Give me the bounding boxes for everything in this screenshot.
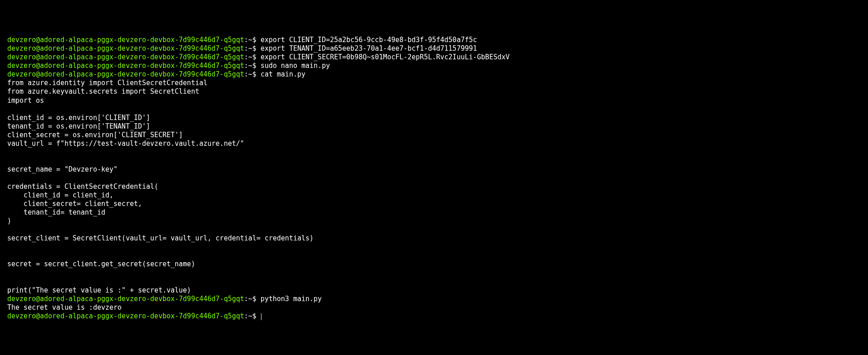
output-text	[7, 269, 11, 277]
terminal-line	[7, 251, 861, 260]
command-text: sudo nano main.py	[261, 62, 330, 70]
terminal-output[interactable]: devzero@adored-alpaca-pggx-devzero-devbo…	[7, 36, 861, 321]
terminal-line: devzero@adored-alpaca-pggx-devzero-devbo…	[7, 53, 861, 62]
terminal-line	[7, 157, 861, 165]
terminal-line: tenant_id = os.environ['TENANT_ID']	[7, 122, 861, 131]
output-text: client_id = client_id,	[7, 191, 114, 199]
terminal-line: from azure.keyvault.secrets import Secre…	[7, 87, 861, 96]
terminal-line: client_secret= client_secret,	[7, 200, 861, 208]
prompt-symbol: $	[252, 53, 261, 61]
prompt-path: :~	[244, 295, 252, 303]
output-text: secret_client = SecretClient(vault_url= …	[7, 234, 313, 242]
terminal-line: secret_name = "Devzero-key"	[7, 165, 861, 174]
terminal-line	[7, 225, 861, 234]
prompt-symbol: $	[252, 62, 261, 70]
terminal-line: secret_client = SecretClient(vault_url= …	[7, 234, 861, 243]
terminal-line: secret = secret_client.get_secret(secret…	[7, 260, 861, 269]
command-text: export CLIENT_ID=25a2bc56-9ccb-49e8-bd3f…	[261, 36, 477, 44]
prompt-symbol: $	[252, 36, 261, 44]
output-text	[7, 225, 11, 234]
prompt-symbol: $	[252, 70, 261, 78]
terminal-line: print("The secret value is :" + secret.v…	[7, 286, 861, 295]
output-text	[7, 157, 11, 165]
output-text: print("The secret value is :" + secret.v…	[7, 286, 191, 294]
prompt-symbol: $	[252, 44, 261, 53]
terminal-line	[7, 269, 861, 277]
prompt-path: :~	[244, 44, 252, 53]
terminal-line	[7, 105, 861, 114]
terminal-line: devzero@adored-alpaca-pggx-devzero-devbo…	[7, 312, 861, 321]
terminal-line: devzero@adored-alpaca-pggx-devzero-devbo…	[7, 36, 861, 44]
output-text: tenant_id = os.environ['TENANT_ID']	[7, 122, 150, 130]
output-text: tenant_id= tenant_id	[7, 208, 105, 216]
output-text	[7, 148, 11, 156]
terminal-line	[7, 174, 861, 182]
terminal-line: devzero@adored-alpaca-pggx-devzero-devbo…	[7, 295, 861, 303]
output-text: from azure.identity import ClientSecretC…	[7, 79, 208, 87]
terminal-line: devzero@adored-alpaca-pggx-devzero-devbo…	[7, 44, 861, 53]
terminal-line: devzero@adored-alpaca-pggx-devzero-devbo…	[7, 70, 861, 79]
prompt-user-host: devzero@adored-alpaca-pggx-devzero-devbo…	[7, 70, 244, 78]
output-text	[7, 174, 11, 182]
terminal-line: client_secret = os.environ['CLIENT_SECRE…	[7, 131, 861, 139]
command-text: export TENANT_ID=a65eeb23-70a1-4ee7-bcf1…	[261, 44, 477, 53]
output-text: )	[7, 217, 11, 225]
terminal-line: The secret value is :devzero	[7, 303, 861, 312]
terminal-line	[7, 243, 861, 251]
prompt-path: :~	[244, 36, 252, 44]
terminal-line: devzero@adored-alpaca-pggx-devzero-devbo…	[7, 62, 861, 70]
prompt-symbol: $	[252, 295, 261, 303]
terminal-line	[7, 278, 861, 286]
terminal-line: client_id = client_id,	[7, 191, 861, 200]
output-text	[7, 105, 11, 113]
output-text	[7, 243, 11, 251]
output-text: secret = secret_client.get_secret(secret…	[7, 260, 195, 268]
prompt-path: :~	[244, 62, 252, 70]
output-text: credentials = ClientSecretCredential(	[7, 182, 158, 191]
prompt-user-host: devzero@adored-alpaca-pggx-devzero-devbo…	[7, 36, 244, 44]
prompt-path: :~	[244, 312, 252, 320]
command-text: python3 main.py	[261, 295, 322, 303]
output-text: client_secret= client_secret,	[7, 200, 142, 208]
prompt-user-host: devzero@adored-alpaca-pggx-devzero-devbo…	[7, 295, 244, 303]
prompt-path: :~	[244, 53, 252, 61]
output-text	[7, 278, 11, 286]
prompt-user-host: devzero@adored-alpaca-pggx-devzero-devbo…	[7, 44, 244, 53]
prompt-user-host: devzero@adored-alpaca-pggx-devzero-devbo…	[7, 62, 244, 70]
prompt-user-host: devzero@adored-alpaca-pggx-devzero-devbo…	[7, 53, 244, 61]
cursor	[261, 313, 261, 320]
terminal-line	[7, 148, 861, 157]
prompt-user-host: devzero@adored-alpaca-pggx-devzero-devbo…	[7, 312, 244, 320]
output-text: client_id = os.environ['CLIENT_ID']	[7, 114, 150, 122]
terminal-line: credentials = ClientSecretCredential(	[7, 182, 861, 191]
terminal-line: )	[7, 217, 861, 225]
prompt-symbol: $	[252, 312, 261, 320]
output-text: The secret value is :devzero	[7, 303, 122, 312]
terminal-line: client_id = os.environ['CLIENT_ID']	[7, 114, 861, 122]
terminal-line: tenant_id= tenant_id	[7, 208, 861, 217]
terminal-line: from azure.identity import ClientSecretC…	[7, 79, 861, 87]
terminal-line: vault_url = f"https://test-vault-devzero…	[7, 139, 861, 148]
prompt-path: :~	[244, 70, 252, 78]
terminal-line: import os	[7, 96, 861, 105]
command-text: cat main.py	[261, 70, 305, 78]
output-text: client_secret = os.environ['CLIENT_SECRE…	[7, 131, 183, 139]
output-text: from azure.keyvault.secrets import Secre…	[7, 87, 199, 96]
output-text: vault_url = f"https://test-vault-devzero…	[7, 139, 244, 148]
output-text	[7, 251, 11, 259]
output-text: secret_name = "Devzero-key"	[7, 165, 118, 173]
output-text: import os	[7, 96, 44, 105]
command-text: export CLIENT_SECRET=0b98Q~s01MocFL-2epR…	[261, 53, 510, 61]
